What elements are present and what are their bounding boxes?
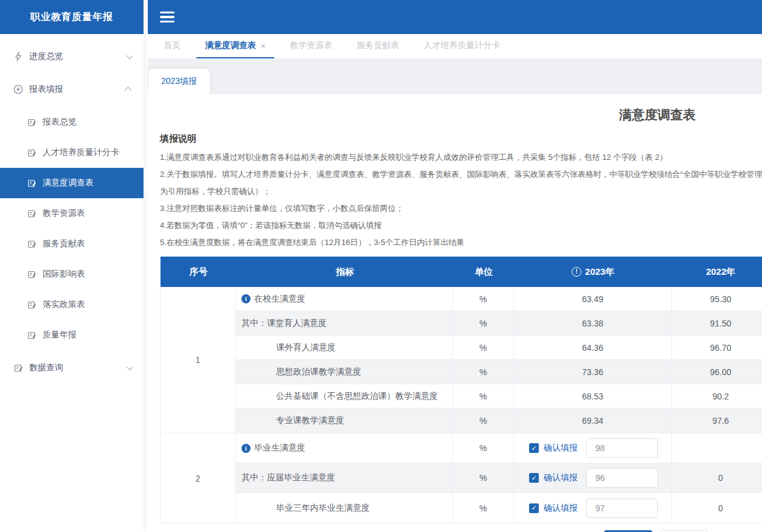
confirm-label[interactable]: 确认填报	[544, 472, 578, 483]
col-header-2023: ! 2023年	[514, 266, 672, 278]
tab-首页[interactable]: 首页	[155, 34, 189, 58]
tab-满意度调查表[interactable]: 满意度调查表×	[196, 34, 274, 58]
value-2023-cell: ✓确认填报	[514, 493, 672, 523]
value-2022-cell: 95.30	[672, 294, 762, 304]
value-2023-cell: 68.53	[514, 384, 672, 408]
sidebar-item-服务贡献表[interactable]: 服务贡献表	[0, 229, 144, 259]
indicator-label: 课外育人满意度	[276, 342, 336, 353]
year-filling-tab[interactable]: 2023填报	[148, 69, 210, 94]
indicator-label: 毕业生满意度	[254, 443, 305, 454]
sidebar-item-落实政策表[interactable]: 落实政策表	[0, 289, 144, 320]
tab-服务贡献表[interactable]: 服务贡献表	[348, 34, 408, 58]
value-2022-cell: 96.00	[672, 367, 762, 377]
table-row: i在校生满意度%63.4995.30	[236, 287, 762, 311]
sidebar-item-进度总览[interactable]: 进度总览	[0, 41, 144, 72]
sidebar-item-label: 落实政策表	[43, 299, 133, 310]
unit-cell: %	[453, 360, 514, 384]
unit-cell: %	[453, 493, 514, 523]
sidebar: 职业教育质量年报 进度总览报表填报报表总览人才培养质量计分卡满意度调查表教学资源…	[0, 0, 144, 532]
instruction-line: 为引用指标，学校只需确认）；	[160, 187, 762, 196]
sidebar-item-label: 进度总览	[29, 51, 126, 62]
indicator-cell: 公共基础课（不含思想政治课）教学满意度	[236, 384, 453, 408]
table-body: 1i在校生满意度%63.4995.30其中：课堂育人满意度%63.3891.50…	[161, 287, 762, 523]
sidebar-menu: 进度总览报表填报报表总览人才培养质量计分卡满意度调查表教学资源表服务贡献表国际影…	[0, 34, 144, 383]
indicator-label: 其中：课堂育人满意度	[241, 318, 327, 329]
indicator-label: 毕业三年内毕业生满意度	[276, 503, 370, 514]
main-area: 首页满意度调查表×教学资源表服务贡献表人才培养质量计分卡 2023填报 满意度调…	[148, 0, 762, 532]
close-icon[interactable]: ×	[261, 41, 266, 50]
form-icon	[27, 117, 36, 127]
instructions-list: 1.满意度调查表系通过对职业教育各利益相关者的调查与反馈来反映职业学校育人成效的…	[160, 153, 762, 247]
sidebar-item-label: 报表填报	[29, 84, 126, 95]
tab-教学资源表[interactable]: 教学资源表	[282, 34, 341, 58]
value-2023-input[interactable]	[586, 438, 658, 458]
hamburger-icon[interactable]	[160, 12, 175, 22]
col-header-unit: 单位	[454, 266, 514, 278]
col-header-indicator: 指标	[237, 266, 454, 278]
value-2022-cell: 96.70	[672, 343, 762, 353]
confirm-checkbox[interactable]: ✓	[529, 443, 539, 453]
table-row: 课外育人满意度%64.3696.70	[236, 336, 762, 360]
value-2022-cell: 91.50	[672, 319, 762, 328]
confirm-label[interactable]: 确认填报	[544, 503, 578, 514]
indicator-cell: 课外育人满意度	[236, 336, 453, 359]
sidebar-item-报表总览[interactable]: 报表总览	[0, 107, 144, 137]
sidebar-item-满意度调查表[interactable]: 满意度调查表	[0, 168, 144, 198]
sidebar-item-label: 质量年报	[43, 330, 133, 340]
instruction-line: 1.满意度调查表系通过对职业教育各利益相关者的调查与反馈来反映职业学校育人成效的…	[160, 153, 762, 162]
indicator-label: 其中：应届毕业生满意度	[241, 472, 335, 483]
sidebar-item-label: 满意度调查表	[43, 178, 133, 188]
confirm-checkbox[interactable]: ✓	[529, 503, 539, 513]
year-filling-tab-label: 2023填报	[161, 76, 197, 87]
value-2022-cell: 0	[672, 503, 762, 513]
unit-cell: %	[453, 336, 514, 359]
app-title: 职业教育质量年报	[0, 0, 144, 34]
value-2022-cell: 90.2	[672, 392, 762, 401]
indicator-cell: 思想政治课教学满意度	[236, 360, 453, 384]
unit-cell: %	[453, 311, 514, 335]
value-2023-cell: 73.36	[514, 360, 672, 384]
value-2023-input[interactable]	[586, 468, 658, 488]
sidebar-item-教学资源表[interactable]: 教学资源表	[0, 198, 144, 229]
table-row: 专业课教学满意度%69.3497.6	[236, 409, 762, 433]
table-row: 其中：课堂育人满意度%63.3891.50	[236, 311, 762, 336]
table-group: 1i在校生满意度%63.4995.30其中：课堂育人满意度%63.3891.50…	[161, 287, 762, 434]
sidebar-item-质量年报[interactable]: 质量年报	[0, 320, 144, 350]
value-2023-cell: 64.36	[514, 336, 672, 359]
survey-table: 序号 指标 单位 ! 2023年 2022年 1i在校生满意度%63.4995.…	[160, 257, 762, 523]
value-2023-cell: ✓确认填报	[514, 434, 672, 463]
value-2023-cell: 63.49	[514, 287, 672, 311]
form-icon	[27, 178, 36, 188]
indicator-cell: 毕业三年内毕业生满意度	[236, 493, 453, 523]
col-header-2023-label: 2023年	[585, 266, 614, 278]
sidebar-item-数据查询[interactable]: 数据查询	[0, 353, 144, 383]
confirm-label[interactable]: 确认填报	[544, 443, 578, 454]
unit-cell: %	[453, 463, 514, 492]
form-icon	[27, 269, 36, 279]
unit-cell: %	[453, 287, 514, 311]
group-rows: i在校生满意度%63.4995.30其中：课堂育人满意度%63.3891.50课…	[236, 287, 762, 433]
table-header-row: 序号 指标 单位 ! 2023年 2022年	[161, 257, 762, 287]
indicator-label: 思想政治课教学满意度	[276, 367, 361, 378]
info-icon: i	[241, 294, 251, 303]
unit-cell: %	[453, 384, 514, 408]
main-topbar	[148, 0, 762, 34]
table-row: 其中：应届毕业生满意度%✓确认填报0	[236, 463, 762, 493]
table-row: 思想政治课教学满意度%73.3696.00	[236, 360, 762, 384]
table-row: i毕业生满意度%✓确认填报	[236, 434, 762, 463]
indicator-cell: i在校生满意度	[236, 287, 453, 311]
col-header-no: 序号	[161, 266, 237, 278]
indicator-cell: 其中：课堂育人满意度	[236, 311, 453, 335]
sidebar-item-报表填报[interactable]: 报表填报	[0, 74, 144, 105]
sidebar-item-人才培养质量计分卡[interactable]: 人才培养质量计分卡	[0, 137, 144, 168]
sidebar-item-国际影响表[interactable]: 国际影响表	[0, 259, 144, 289]
table-row: 毕业三年内毕业生满意度%✓确认填报0	[236, 493, 762, 523]
tab-人才培养质量计分卡[interactable]: 人才培养质量计分卡	[415, 34, 509, 58]
confirm-checkbox[interactable]: ✓	[529, 473, 539, 483]
form-icon	[27, 300, 36, 309]
indicator-label: 在校生满意度	[254, 294, 305, 305]
form-icon	[13, 363, 23, 373]
sub-tab-strip: 2023填报	[148, 59, 762, 94]
value-2023-input[interactable]	[586, 499, 658, 518]
content-panel: 满意度调查表 填报说明 1.满意度调查表系通过对职业教育各利益相关者的调查与反馈…	[148, 94, 762, 532]
